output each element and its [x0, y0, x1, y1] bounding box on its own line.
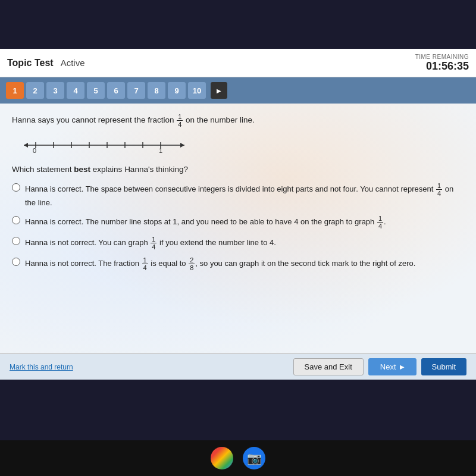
- mark-return-link[interactable]: Mark this and return: [10, 363, 73, 371]
- option-b[interactable]: Hanna is correct. The number line stops …: [12, 215, 464, 230]
- which-text-rest: explains Hanna's thinking?: [93, 165, 188, 174]
- which-bold: best: [74, 165, 90, 174]
- taskbar: 📷: [0, 440, 476, 476]
- page-title: Topic Test: [7, 58, 54, 68]
- option-d-fraction1: 1 4: [142, 256, 148, 271]
- option-b-radio[interactable]: [12, 216, 20, 224]
- question-btn-3[interactable]: 3: [46, 82, 64, 99]
- time-label: TIME REMAINING: [415, 54, 469, 60]
- time-remaining-container: TIME REMAINING 01:56:35: [415, 54, 469, 73]
- number-line: 0 1: [18, 136, 196, 154]
- svg-text:1: 1: [159, 147, 162, 154]
- option-c[interactable]: Hanna is not correct. You can graph 1 4 …: [12, 236, 464, 250]
- question-btn-1[interactable]: 1: [6, 82, 24, 99]
- question-btn-2[interactable]: 2: [26, 82, 44, 99]
- option-a[interactable]: Hanna is correct. The space between cons…: [12, 182, 464, 209]
- option-c-text: Hanna is not correct. You can graph 1 4 …: [25, 236, 464, 250]
- question-btn-8[interactable]: 8: [148, 82, 165, 99]
- option-d-radio[interactable]: [12, 258, 20, 266]
- which-text-part1: Which statement: [12, 165, 72, 174]
- question-btn-10[interactable]: 10: [188, 82, 206, 99]
- save-exit-button[interactable]: Save and Exit: [293, 358, 364, 375]
- question-btn-4[interactable]: 4: [67, 82, 84, 99]
- fraction-display: 1 4: [176, 115, 186, 124]
- submit-button[interactable]: Submit: [421, 358, 466, 375]
- options-list: Hanna is correct. The space between cons…: [12, 182, 464, 271]
- question-btn-5[interactable]: 5: [87, 82, 105, 99]
- next-button[interactable]: Next: [368, 358, 416, 375]
- action-buttons: Save and Exit Next Submit: [293, 358, 466, 375]
- play-button[interactable]: ▶: [211, 82, 227, 99]
- fraction-denominator: 4: [177, 121, 183, 128]
- option-a-text: Hanna is correct. The space between cons…: [25, 182, 464, 209]
- option-b-fraction: 1 4: [377, 215, 383, 230]
- question-text-part2: on the number line.: [186, 115, 255, 124]
- option-a-radio[interactable]: [12, 183, 20, 192]
- time-value: 01:56:35: [415, 60, 469, 73]
- option-d-text: Hanna is not correct. The fraction 1 4 i…: [25, 256, 464, 271]
- header-bar: Topic Test Active TIME REMAINING 01:56:3…: [0, 49, 476, 77]
- option-a-fraction: 1 4: [436, 182, 442, 197]
- svg-marker-1: [180, 143, 184, 148]
- question-btn-6[interactable]: 6: [107, 82, 125, 99]
- option-c-fraction: 1 4: [151, 236, 156, 250]
- top-bar: [0, 0, 476, 49]
- option-c-radio[interactable]: [12, 237, 20, 245]
- question-text: Hanna says you cannot represent the frac…: [12, 113, 464, 128]
- fraction-numerator: 1: [177, 113, 183, 121]
- status-badge: Active: [61, 58, 85, 68]
- question-btn-7[interactable]: 7: [127, 82, 145, 99]
- svg-marker-2: [24, 143, 28, 148]
- svg-text:0: 0: [33, 147, 36, 154]
- action-bar: Mark this and return Save and Exit Next …: [0, 353, 476, 380]
- question-btn-9[interactable]: 9: [168, 82, 186, 99]
- option-b-text: Hanna is correct. The number line stops …: [25, 215, 464, 230]
- chrome-icon[interactable]: [211, 447, 233, 469]
- number-line-container: 0 1: [18, 136, 464, 154]
- which-statement: Which statement best explains Hanna's th…: [12, 165, 464, 174]
- main-content: Hanna says you cannot represent the frac…: [0, 104, 476, 353]
- question-nav-bar: 1 2 3 4 5 6 7 8 9 10 ▶: [0, 77, 476, 104]
- question-text-part1: Hanna says you cannot represent the frac…: [12, 115, 174, 124]
- camera-icon[interactable]: 📷: [243, 447, 265, 469]
- option-d[interactable]: Hanna is not correct. The fraction 1 4 i…: [12, 256, 464, 271]
- option-d-fraction2: 2 8: [189, 256, 195, 271]
- fraction-1-4: 1 4: [177, 113, 183, 128]
